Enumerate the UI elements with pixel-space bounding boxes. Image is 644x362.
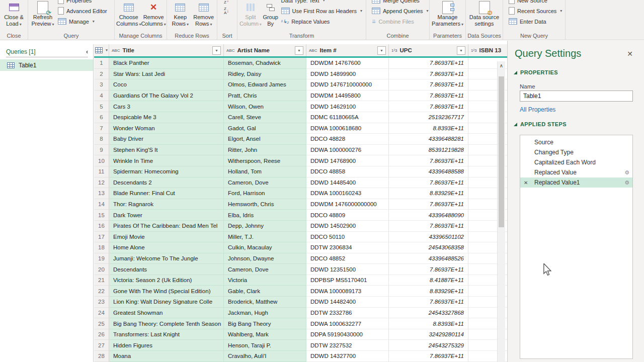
cell-item[interactable]: DDCO 48828 xyxy=(306,134,389,145)
row-number[interactable]: 6 xyxy=(94,112,109,123)
cell-item[interactable]: DDWD 14768900 xyxy=(306,155,389,166)
cell-item[interactable]: DDWDM 1476000000000 xyxy=(306,199,389,210)
row-number[interactable]: 26 xyxy=(94,329,109,340)
cell-upc[interactable]: 24543327868 xyxy=(389,308,468,319)
cell-title[interactable]: Greatest Showman xyxy=(109,308,224,319)
cell-title[interactable]: Cars 3 xyxy=(109,101,224,112)
cell-upc[interactable]: 7.86937E+11 xyxy=(389,199,468,210)
cell-item[interactable]: DDTW 2332786 xyxy=(306,308,389,319)
cell-item[interactable]: DDMC 61180665A xyxy=(306,112,389,123)
cell-upc[interactable]: 25192367717 xyxy=(389,112,468,123)
cell-upc[interactable]: 24543275329 xyxy=(389,340,468,351)
row-number[interactable]: 4 xyxy=(94,90,109,102)
column-header-artist-name[interactable]: ABC Artist Name ▼ xyxy=(224,44,306,56)
cell-item[interactable]: DDWDM 14767600 xyxy=(306,58,389,69)
cell-upc[interactable]: 7.86937E+11 xyxy=(389,264,468,275)
cell-item[interactable]: DDPBSP MS5170401 xyxy=(306,275,389,286)
cell-artist-name[interactable]: Depp, Johnny xyxy=(224,221,306,232)
cell-upc[interactable]: 43396501102 xyxy=(389,232,468,243)
cell-artist-name[interactable]: Gable, Clark xyxy=(224,286,306,297)
replace-values-button[interactable]: ¹↳₂ Replace Values xyxy=(279,16,364,27)
cell-title[interactable]: Victoria: Season 2 (Uk Edition) xyxy=(109,275,224,286)
cell-artist-name[interactable]: Ridley, Daisy xyxy=(224,69,306,80)
cell-item[interactable]: DDWA 1000618680 xyxy=(306,123,389,134)
cell-item[interactable]: DDWD 14482400 xyxy=(306,297,389,308)
choose-columns-button[interactable]: Choose Columns▾ xyxy=(116,0,141,28)
cell-upc[interactable]: 43396488588 xyxy=(389,166,468,177)
select-all-corner[interactable]: ▾ xyxy=(94,44,109,56)
cell-upc[interactable]: 24543068358 xyxy=(389,242,468,253)
cell-title[interactable]: Moana xyxy=(109,351,224,362)
properties-button[interactable]: Properties xyxy=(56,0,109,6)
row-number[interactable]: 28 xyxy=(94,351,109,362)
column-header-item[interactable]: ABC Item # ▼ xyxy=(306,44,389,56)
append-queries-button[interactable]: Append Queries ▾ xyxy=(370,6,429,16)
row-number[interactable]: 23 xyxy=(94,297,109,308)
cell-item[interactable]: DDWD 14899900 xyxy=(306,69,389,80)
step-changed-type[interactable]: Changed Type xyxy=(520,147,632,157)
row-number[interactable]: 2 xyxy=(94,69,109,80)
cell-artist-name[interactable]: Miller, T.J. xyxy=(224,232,306,243)
cell-item[interactable]: DDWD 14629100 xyxy=(306,101,389,112)
data-type-button[interactable]: Data Type: Text ▾ xyxy=(279,0,364,6)
row-number[interactable]: 9 xyxy=(94,145,109,156)
cell-artist-name[interactable]: Cameron, Dove xyxy=(224,264,306,275)
cell-artist-name[interactable]: Big Bang Theory xyxy=(224,318,306,329)
cell-title[interactable]: Star Wars: Last Jedi xyxy=(109,69,224,80)
cell-title[interactable]: Baby Driver xyxy=(109,134,224,145)
all-properties-link[interactable]: All Properties xyxy=(520,106,555,113)
delete-step-icon[interactable]: ✕ xyxy=(524,180,528,186)
cell-artist-name[interactable]: Olmos, Edward James xyxy=(224,79,306,90)
cell-title[interactable]: Gone With The Wind (Special Edition) xyxy=(109,286,224,297)
cell-item[interactable]: DDWD 14327700 xyxy=(306,351,389,362)
group-by-button[interactable]: Group By xyxy=(262,0,279,27)
cell-item[interactable]: DDTW 2306834 xyxy=(306,242,389,253)
cell-title[interactable]: Spiderman: Homecoming xyxy=(109,166,224,177)
row-number[interactable]: 15 xyxy=(94,210,109,221)
cell-artist-name[interactable]: Witherspoon, Reese xyxy=(224,155,306,166)
cell-item[interactable]: DDCO 50110 xyxy=(306,232,389,243)
cell-upc[interactable]: 8.83929E+11 xyxy=(389,188,468,199)
cell-item[interactable]: DDWD 14485400 xyxy=(306,177,389,189)
cell-title[interactable]: Stephen King'S It xyxy=(109,145,224,156)
step-source[interactable]: Source xyxy=(520,137,632,147)
row-number[interactable]: 12 xyxy=(94,177,109,189)
cell-upc[interactable]: 8.83929E+11 xyxy=(389,286,468,297)
cell-upc[interactable]: 85391219828 xyxy=(389,145,468,156)
cell-artist-name[interactable]: Gadot, Gal xyxy=(224,123,306,134)
cell-title[interactable]: Coco xyxy=(109,79,224,90)
cell-title[interactable]: Hidden Figures xyxy=(109,340,224,351)
row-number[interactable]: 7 xyxy=(94,123,109,134)
cell-title[interactable]: Emoji Movie xyxy=(109,232,224,243)
cell-upc[interactable]: 43396488090 xyxy=(389,210,468,221)
row-number[interactable]: 13 xyxy=(94,188,109,199)
collapse-pane-icon[interactable]: ‹ xyxy=(86,48,88,55)
cell-artist-name[interactable]: Wilson, Owen xyxy=(224,101,306,112)
cell-artist-name[interactable]: Ford, Harrison xyxy=(224,188,306,199)
filter-button[interactable]: ▼ xyxy=(377,46,386,55)
cell-artist-name[interactable]: Boseman, Chadwick xyxy=(224,58,306,69)
advanced-editor-button[interactable]: Advanced Editor xyxy=(56,6,109,16)
cell-artist-name[interactable]: Pratt, Chris xyxy=(224,90,306,102)
split-column-button[interactable]: Split Column▾ xyxy=(239,0,262,28)
cell-artist-name[interactable]: Johnson, Dwayne xyxy=(224,253,306,264)
cell-artist-name[interactable]: Ritter, John xyxy=(224,145,306,156)
close-and-load-button[interactable]: Close & Load▾ xyxy=(2,0,26,28)
cell-upc[interactable]: 7.86937E+11 xyxy=(389,155,468,166)
cell-title[interactable]: Dark Tower xyxy=(109,210,224,221)
cell-item[interactable]: DDWDM 14495800 xyxy=(306,90,389,102)
cell-title[interactable]: Despicable Me 3 xyxy=(109,112,224,123)
cell-title[interactable]: Black Panther xyxy=(109,58,224,69)
cell-item[interactable]: DDCO 48809 xyxy=(306,210,389,221)
row-number[interactable]: 20 xyxy=(94,264,109,275)
enter-data-button[interactable]: Enter Data xyxy=(507,16,564,27)
cell-title[interactable]: Big Bang Theory: Complete Tenth Season xyxy=(109,318,224,329)
column-header-title[interactable]: ABC Title ▼ xyxy=(109,44,224,56)
cell-upc[interactable]: 8.8393E+11 xyxy=(389,318,468,329)
cell-title[interactable]: Home Alone xyxy=(109,242,224,253)
cell-upc[interactable]: 43396488526 xyxy=(389,253,468,264)
cell-artist-name[interactable]: Elgort, Ansel xyxy=(224,134,306,145)
scrollbar-thumb[interactable] xyxy=(499,76,504,227)
row-number[interactable]: 11 xyxy=(94,166,109,177)
new-source-button[interactable]: New Source xyxy=(507,0,564,6)
